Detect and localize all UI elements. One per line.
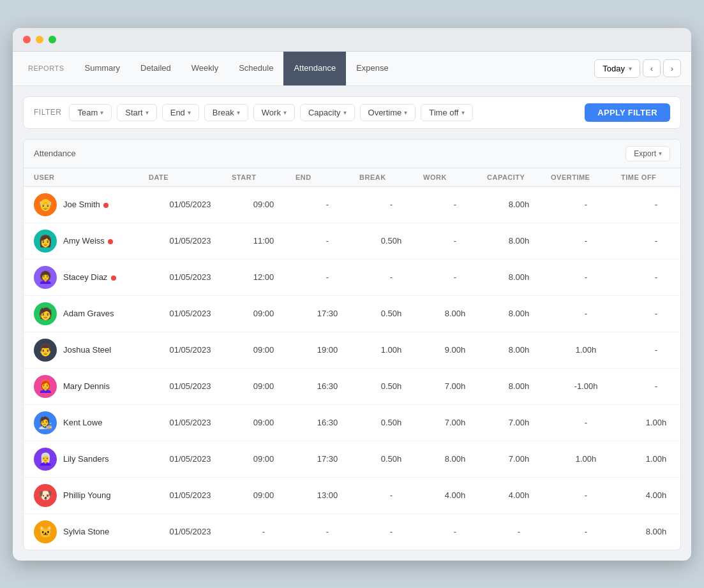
break-cell: -: [359, 272, 423, 282]
today-chevron-icon: ▾: [629, 65, 632, 72]
avatar: 👴: [34, 193, 57, 216]
break-cell: 0.50h: [359, 381, 423, 391]
overtime-cell: -: [551, 236, 621, 246]
filter-work[interactable]: Work ▾: [253, 104, 295, 121]
capacity-cell: 7.00h: [487, 418, 551, 427]
user-name: Amy Weiss: [63, 236, 113, 246]
capacity-cell: -: [487, 527, 551, 536]
break-cell: 1.00h: [359, 345, 423, 355]
filter-team[interactable]: Team ▾: [69, 104, 112, 121]
date-cell: 01/05/2023: [149, 454, 232, 464]
overtime-cell: -: [551, 200, 621, 209]
table-row[interactable]: 👩‍🦰 Mary Dennis 01/05/2023 09:00 16:30 0…: [24, 369, 680, 405]
user-name: Mary Dennis: [63, 381, 110, 391]
table-row[interactable]: 🧑‍🎨 Kent Lowe 01/05/2023 09:00 16:30 0.5…: [24, 405, 680, 441]
user-cell: 👨 Joshua Steel: [34, 339, 149, 362]
break-cell: 0.50h: [359, 309, 423, 318]
work-cell: 9.00h: [423, 345, 487, 355]
capacity-cell: 8.00h: [487, 309, 551, 318]
date-navigation: Today ▾ ‹ ›: [594, 59, 681, 78]
tab-schedule[interactable]: Schedule: [228, 52, 283, 85]
end-cell: 19:00: [296, 345, 359, 355]
tab-attendance[interactable]: Attendance: [283, 52, 346, 85]
overtime-cell: 1.00h: [551, 345, 621, 355]
capacity-cell: 7.00h: [487, 454, 551, 464]
apply-filter-button[interactable]: APPLY FILTER: [585, 103, 670, 122]
user-name: Adam Graves: [63, 309, 114, 318]
date-cell: 01/05/2023: [149, 527, 232, 536]
capacity-cell: 8.00h: [487, 200, 551, 209]
user-name: Lily Sanders: [63, 454, 109, 464]
filter-capacity[interactable]: Capacity ▾: [300, 104, 355, 121]
end-cell: -: [296, 272, 359, 282]
date-cell: 01/05/2023: [149, 309, 232, 318]
table-row[interactable]: 👩‍🦳 Lily Sanders 01/05/2023 09:00 17:30 …: [24, 441, 680, 478]
avatar: 🧑‍🎨: [34, 411, 57, 434]
filter-break[interactable]: Break ▾: [204, 104, 248, 121]
overtime-cell: -: [551, 272, 621, 282]
expand-dot[interactable]: [49, 36, 56, 43]
prev-date-button[interactable]: ‹: [643, 59, 661, 77]
user-cell: 🧑‍🎨 Kent Lowe: [34, 411, 149, 434]
col-overtime: OVERTIME: [551, 173, 621, 181]
table-row[interactable]: 👩‍🦱 Stacey Diaz 01/05/2023 12:00 - - - 8…: [24, 260, 680, 296]
filter-start[interactable]: Start ▾: [117, 104, 156, 121]
end-chevron-icon: ▾: [188, 109, 191, 116]
export-button[interactable]: Export ▾: [625, 146, 670, 161]
capacity-chevron-icon: ▾: [343, 109, 347, 116]
break-cell: -: [359, 200, 423, 209]
table-row[interactable]: 👩 Amy Weiss 01/05/2023 11:00 - 0.50h - 8…: [24, 223, 680, 260]
table-row[interactable]: 👨 Joshua Steel 01/05/2023 09:00 19:00 1.…: [24, 332, 680, 369]
avatar: 👩‍🦳: [34, 448, 57, 471]
filter-overtime[interactable]: Overtime ▾: [360, 104, 416, 121]
table-row[interactable]: 🐱 Sylvia Stone 01/05/2023 - - - - - - 8.…: [24, 514, 680, 550]
table-header-bar: Attendance Export ▾: [24, 140, 680, 168]
column-headers: USER DATE START END BREAK WORK CAPACITY …: [24, 168, 680, 187]
timeoff-cell: 4.00h: [621, 490, 681, 500]
tab-weekly[interactable]: Weekly: [181, 52, 228, 85]
break-cell: 0.50h: [359, 236, 423, 246]
col-date: DATE: [149, 173, 232, 181]
tab-expense[interactable]: Expense: [346, 52, 399, 85]
table-row[interactable]: 🐶 Phillip Young 01/05/2023 09:00 13:00 -…: [24, 478, 680, 514]
user-cell: 👴 Joe Smith: [34, 193, 149, 216]
table-row[interactable]: 👴 Joe Smith 01/05/2023 09:00 - - - 8.00h…: [24, 187, 680, 223]
work-cell: 7.00h: [423, 418, 487, 427]
col-end: END: [296, 173, 359, 181]
timeoff-cell: -: [621, 309, 681, 318]
work-cell: 4.00h: [423, 490, 487, 500]
user-name: Joshua Steel: [63, 345, 111, 355]
tab-detailed[interactable]: Detailed: [130, 52, 181, 85]
start-cell: 09:00: [232, 345, 296, 355]
tab-summary[interactable]: Summary: [74, 52, 130, 85]
next-date-button[interactable]: ›: [663, 59, 681, 77]
filter-timeoff[interactable]: Time off ▾: [421, 104, 472, 121]
user-name: Sylvia Stone: [63, 527, 109, 536]
user-cell: 🧑 Adam Graves: [34, 302, 149, 325]
col-capacity: CAPACITY: [487, 173, 551, 181]
close-dot[interactable]: [23, 36, 31, 43]
avatar: 👩‍🦰: [34, 375, 57, 398]
work-cell: 8.00h: [423, 454, 487, 464]
timeoff-cell: -: [621, 345, 681, 355]
filter-end[interactable]: End ▾: [162, 104, 199, 121]
table-row[interactable]: 🧑 Adam Graves 01/05/2023 09:00 17:30 0.5…: [24, 296, 680, 332]
minimize-dot[interactable]: [36, 36, 43, 43]
timeoff-cell: -: [621, 236, 681, 246]
export-chevron-icon: ▾: [659, 150, 662, 157]
avatar: 👨: [34, 339, 57, 362]
avatar: 🐶: [34, 484, 57, 507]
avatar: 👩‍🦱: [34, 266, 57, 289]
date-cell: 01/05/2023: [149, 200, 232, 209]
today-select[interactable]: Today ▾: [594, 59, 640, 78]
app-window: REPORTS Summary Detailed Weekly Schedule…: [13, 28, 691, 561]
date-cell: 01/05/2023: [149, 418, 232, 427]
start-cell: 09:00: [232, 418, 296, 427]
date-cell: 01/05/2023: [149, 381, 232, 391]
user-cell: 👩 Amy Weiss: [34, 230, 149, 253]
user-name: Joe Smith: [63, 200, 109, 209]
break-cell: -: [359, 527, 423, 536]
user-cell: 👩‍🦳 Lily Sanders: [34, 448, 149, 471]
timeoff-cell: 1.00h: [621, 454, 681, 464]
end-cell: -: [296, 236, 359, 246]
